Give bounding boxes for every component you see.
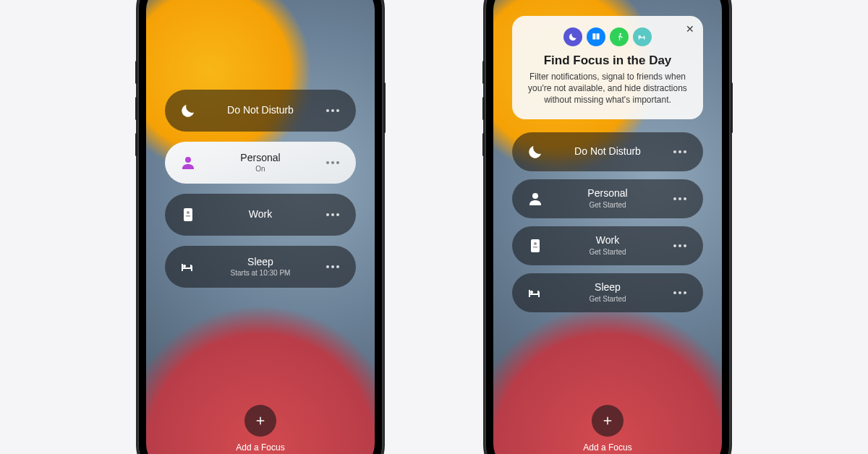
- moon-icon: [179, 102, 197, 119]
- mode-label: Do Not Disturb: [574, 146, 641, 157]
- svg-point-21: [684, 150, 686, 153]
- svg-point-4: [326, 161, 329, 164]
- focus-mode-work[interactable]: Work: [165, 194, 356, 236]
- svg-point-15: [331, 265, 334, 268]
- more-icon[interactable]: [671, 284, 689, 301]
- focus-mode-sleep[interactable]: Sleep Get Started: [512, 273, 703, 312]
- svg-rect-9: [186, 215, 190, 217]
- screen-left: Do Not Disturb Personal On: [146, 0, 375, 454]
- mode-label: Sleep: [247, 257, 273, 267]
- add-focus[interactable]: Add a Focus: [583, 405, 631, 454]
- mode-label: Sleep: [595, 282, 621, 293]
- more-icon[interactable]: [671, 190, 689, 207]
- badge-icon: [179, 206, 197, 223]
- svg-point-34: [678, 291, 681, 294]
- mode-label: Work: [596, 235, 619, 246]
- mode-label: Personal: [587, 188, 627, 199]
- mode-label: Personal: [240, 153, 280, 163]
- svg-rect-7: [184, 208, 192, 221]
- svg-point-31: [684, 244, 686, 247]
- bed-icon: [179, 258, 197, 275]
- svg-point-22: [532, 193, 538, 199]
- svg-point-3: [185, 157, 191, 163]
- focus-mode-do-not-disturb[interactable]: Do Not Disturb: [512, 132, 703, 171]
- plus-icon[interactable]: [592, 405, 624, 437]
- svg-point-20: [678, 150, 681, 153]
- svg-point-32: [530, 291, 533, 294]
- svg-point-25: [684, 197, 686, 200]
- focus-mode-list: Do Not Disturb Personal On: [165, 90, 356, 288]
- phone-right: ✕ Find Focus in the Day Fi: [485, 0, 731, 454]
- book-icon: [587, 27, 605, 46]
- focus-mode-sleep[interactable]: Sleep Starts at 10:30 PM: [165, 246, 356, 288]
- phone-left: Do Not Disturb Personal On: [137, 0, 383, 454]
- more-icon[interactable]: [671, 237, 689, 254]
- svg-point-8: [187, 211, 190, 214]
- person-icon: [179, 154, 197, 171]
- mode-subtitle: Get Started: [589, 295, 626, 303]
- runner-icon: [610, 27, 629, 46]
- svg-point-11: [331, 213, 334, 216]
- screen-right: ✕ Find Focus in the Day Fi: [493, 0, 722, 454]
- focus-mode-personal[interactable]: Personal On: [165, 142, 356, 184]
- svg-point-16: [336, 265, 339, 268]
- svg-point-33: [673, 291, 676, 294]
- focus-mode-work[interactable]: Work Get Started: [512, 226, 703, 265]
- mode-label: Do Not Disturb: [227, 105, 294, 116]
- svg-point-29: [673, 244, 676, 247]
- svg-point-14: [326, 265, 329, 268]
- moon-icon: [527, 143, 544, 160]
- svg-point-24: [678, 197, 681, 200]
- svg-point-30: [678, 244, 681, 247]
- bed-icon: [633, 27, 652, 46]
- badge-icon: [527, 237, 544, 254]
- svg-point-35: [684, 291, 686, 294]
- more-icon[interactable]: [324, 154, 341, 171]
- svg-point-18: [639, 35, 641, 37]
- bed-icon: [527, 284, 544, 301]
- close-icon[interactable]: ✕: [686, 23, 694, 35]
- add-focus-label: Add a Focus: [236, 442, 284, 453]
- svg-point-17: [620, 33, 621, 35]
- person-icon: [527, 190, 544, 207]
- mode-subtitle: Get Started: [589, 248, 626, 256]
- svg-point-19: [673, 150, 676, 153]
- mode-subtitle: Get Started: [589, 201, 626, 209]
- moon-icon: [563, 27, 582, 46]
- more-icon[interactable]: [324, 206, 341, 223]
- info-card-title: Find Focus in the Day: [525, 53, 690, 68]
- mode-label: Work: [249, 209, 272, 220]
- svg-point-13: [183, 265, 186, 267]
- more-icon[interactable]: [324, 102, 341, 119]
- svg-point-1: [331, 109, 334, 112]
- svg-point-12: [336, 213, 339, 216]
- focus-mode-personal[interactable]: Personal Get Started: [512, 179, 703, 218]
- info-card-icons: [525, 27, 690, 46]
- svg-point-27: [534, 242, 537, 245]
- svg-point-23: [673, 197, 676, 200]
- svg-rect-28: [533, 247, 537, 248]
- focus-mode-do-not-disturb[interactable]: Do Not Disturb: [165, 90, 356, 132]
- mode-subtitle: On: [255, 165, 265, 173]
- svg-point-6: [336, 161, 339, 164]
- svg-rect-26: [531, 239, 540, 252]
- info-card-body: Filter notifications, signal to friends …: [525, 71, 690, 106]
- more-icon[interactable]: [324, 258, 341, 275]
- more-icon[interactable]: [671, 143, 689, 160]
- svg-point-5: [331, 161, 334, 164]
- svg-point-10: [326, 213, 329, 216]
- svg-point-0: [326, 109, 329, 112]
- focus-mode-list: Do Not Disturb Personal Get Started: [512, 132, 703, 312]
- add-focus[interactable]: Add a Focus: [236, 405, 284, 454]
- svg-point-2: [336, 109, 339, 112]
- mode-subtitle: Starts at 10:30 PM: [231, 269, 291, 277]
- plus-icon[interactable]: [244, 405, 276, 437]
- add-focus-label: Add a Focus: [583, 442, 631, 453]
- focus-info-card: ✕ Find Focus in the Day Fi: [512, 16, 703, 119]
